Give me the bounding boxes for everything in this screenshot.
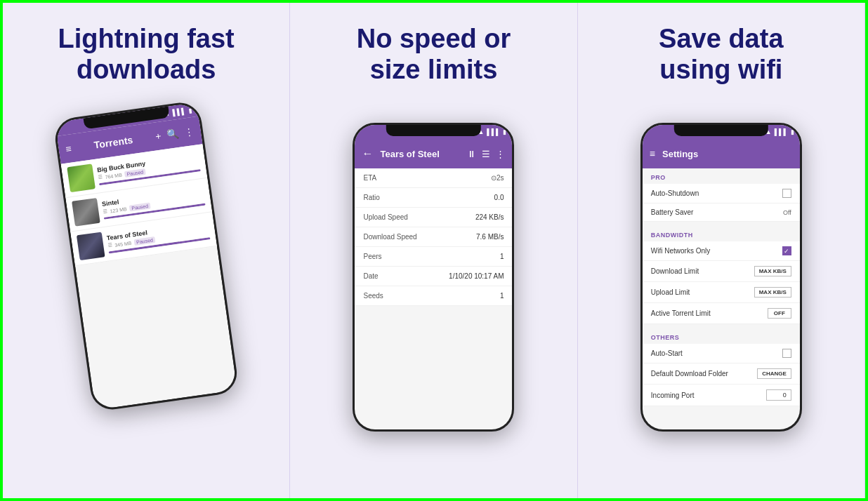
add-icon[interactable]: + <box>154 131 162 142</box>
panel-1-title: Lightning fast downloads <box>58 24 235 85</box>
detail-label-download: Download Speed <box>363 233 416 241</box>
settings-row-autoshutdown: Auto-Shutdown <box>643 184 800 203</box>
settings-menu-icon[interactable]: ≡ <box>650 148 655 159</box>
torrent-title: Torrents <box>93 134 133 151</box>
back-button[interactable]: ← <box>362 147 373 160</box>
detail-label-eta: ETA <box>363 174 376 182</box>
detail-label-peers: Peers <box>363 253 381 260</box>
download-limit-label: Download Limit <box>651 267 699 275</box>
autostart-label: Auto-Start <box>651 349 683 357</box>
detail-value-ratio: 0.0 <box>494 194 504 201</box>
panel-3-title: Save data using wifi <box>659 24 783 85</box>
panel-3: Save data using wifi ▲▲ ▌▌▌ ▮ ≡ Settings… <box>578 3 865 498</box>
detail-row-date: Date 1/10/20 10:17 AM <box>355 267 512 286</box>
detail-toolbar: ← Tears of Steel ⏸ ☰ ⋮ <box>355 139 512 168</box>
settings-row-battery: Battery Saver Off <box>643 203 800 222</box>
settings-toolbar: ≡ Settings <box>643 139 800 168</box>
detail-value-seeds: 1 <box>500 292 504 300</box>
torrent-status-1: Paused <box>124 168 146 178</box>
signal-icon-3: ▌▌▌ <box>775 128 788 135</box>
detail-row-peers: Peers 1 <box>355 247 512 267</box>
torrent-limit-badge[interactable]: OFF <box>768 308 791 319</box>
port-input[interactable]: 0 <box>766 389 791 401</box>
settings-row-wifi: Wifi Networks Only <box>643 241 800 261</box>
phone-3-notch <box>674 125 768 136</box>
battery-label: Battery Saver <box>651 208 694 216</box>
settings-row-upload-limit: Upload Limit MAX KB/S <box>643 282 800 303</box>
detail-row-upload: Upload Speed 224 KB/s <box>355 208 512 227</box>
detail-label-seeds: Seeds <box>363 292 383 300</box>
detail-icons: ⏸ ☰ ⋮ <box>467 149 505 159</box>
panel-2: No speed or size limits ▲▲ ▌▌▌ ▮ ← Tears… <box>290 3 577 498</box>
upload-limit-badge[interactable]: MAX KB/S <box>754 287 791 298</box>
settings-row-torrent-limit: Active Torrent Limit OFF <box>643 303 800 324</box>
battery-icon-3: ▮ <box>791 128 794 135</box>
detail-list: ETA ⊙2s Ratio 0.0 Upload Speed 224 KB/s … <box>355 168 512 306</box>
detail-value-eta: ⊙2s <box>491 174 504 182</box>
detail-value-peers: 1 <box>500 253 504 260</box>
detail-label-ratio: Ratio <box>363 194 379 201</box>
torrent-list-icon-3: ☰ <box>107 243 112 249</box>
detail-label-upload: Upload Speed <box>363 213 407 221</box>
phone-3: ▲▲ ▌▌▌ ▮ ≡ Settings PRO Auto-Shutdown Ba… <box>640 123 802 432</box>
menu-icon[interactable]: ≡ <box>65 143 72 155</box>
more-icon[interactable]: ⋮ <box>183 126 195 138</box>
torrent-thumb-3 <box>77 232 105 261</box>
autostart-checkbox[interactable] <box>782 349 791 358</box>
settings-row-autostart: Auto-Start <box>643 344 800 363</box>
section-header-bandwidth: BANDWIDTH <box>643 226 800 241</box>
detail-value-upload: 224 KB/s <box>475 213 504 221</box>
panel-2-title: No speed or size limits <box>357 24 511 85</box>
torrent-list-icon: ☰ <box>98 175 103 181</box>
detail-toolbar-title: Tears of Steel <box>380 149 460 159</box>
settings-body: PRO Auto-Shutdown Battery Saver Off BAND… <box>643 168 800 406</box>
detail-list-icon[interactable]: ☰ <box>482 149 490 159</box>
upload-limit-label: Upload Limit <box>651 288 690 296</box>
detail-row-seeds: Seeds 1 <box>355 286 512 306</box>
settings-row-download-folder: Default Download Folder CHANGE <box>643 363 800 385</box>
torrent-info-3: Tears of Steel ☰ 345 MB Paused <box>106 220 210 253</box>
signal-icon: ▌▌▌ <box>172 108 186 117</box>
torrent-limit-label: Active Torrent Limit <box>651 309 711 317</box>
wifi-label: Wifi Networks Only <box>651 247 710 255</box>
detail-more-icon[interactable]: ⋮ <box>496 149 505 159</box>
panel-1: Lightning fast downloads ▲▲ ▌▌▌ ▮ ≡ Torr… <box>3 3 290 498</box>
detail-row-eta: ETA ⊙2s <box>355 168 512 188</box>
download-folder-label: Default Download Folder <box>651 370 728 378</box>
torrent-status-2: Paused <box>129 202 151 211</box>
toolbar-icons: + 🔍 ⋮ <box>154 126 195 142</box>
wifi-checkbox[interactable] <box>782 246 791 255</box>
download-folder-badge[interactable]: CHANGE <box>757 368 791 379</box>
torrent-list: Big Buck Bunny ☰ 764 MB Paused <box>61 145 217 267</box>
section-header-others: OTHERS <box>643 328 800 344</box>
phone-2-notch <box>386 125 480 136</box>
detail-pause-icon[interactable]: ⏸ <box>467 149 476 159</box>
port-label: Incoming Port <box>651 392 695 399</box>
autoshutdown-checkbox[interactable] <box>782 189 791 198</box>
battery-icon-2: ▮ <box>503 128 506 135</box>
torrent-status-3: Paused <box>134 236 156 246</box>
detail-value-date: 1/10/20 10:17 AM <box>449 272 504 280</box>
settings-row-port: Incoming Port 0 <box>643 385 800 406</box>
detail-row-ratio: Ratio 0.0 <box>355 188 512 208</box>
torrent-thumb-1 <box>67 164 96 193</box>
torrent-thumb-2 <box>72 198 100 227</box>
phone-2: ▲▲ ▌▌▌ ▮ ← Tears of Steel ⏸ ☰ ⋮ ETA ⊙2s <box>353 123 514 432</box>
settings-row-download-limit: Download Limit MAX KB/S <box>643 261 800 282</box>
search-icon[interactable]: 🔍 <box>166 128 179 140</box>
detail-label-date: Date <box>363 272 378 280</box>
detail-value-download: 7.6 MB/s <box>476 233 504 241</box>
settings-toolbar-title: Settings <box>662 149 793 159</box>
section-header-pro: PRO <box>643 168 800 184</box>
signal-icon-2: ▌▌▌ <box>487 128 500 135</box>
download-limit-badge[interactable]: MAX KB/S <box>754 266 791 276</box>
detail-row-download: Download Speed 7.6 MB/s <box>355 227 512 247</box>
autoshutdown-label: Auto-Shutdown <box>651 189 699 197</box>
torrent-list-icon-2: ☰ <box>103 209 107 215</box>
battery-value: Off <box>783 209 791 216</box>
phone-1: ▲▲ ▌▌▌ ▮ ≡ Torrents + 🔍 ⋮ Big Buck <box>53 100 239 413</box>
battery-icon: ▮ <box>188 107 192 114</box>
